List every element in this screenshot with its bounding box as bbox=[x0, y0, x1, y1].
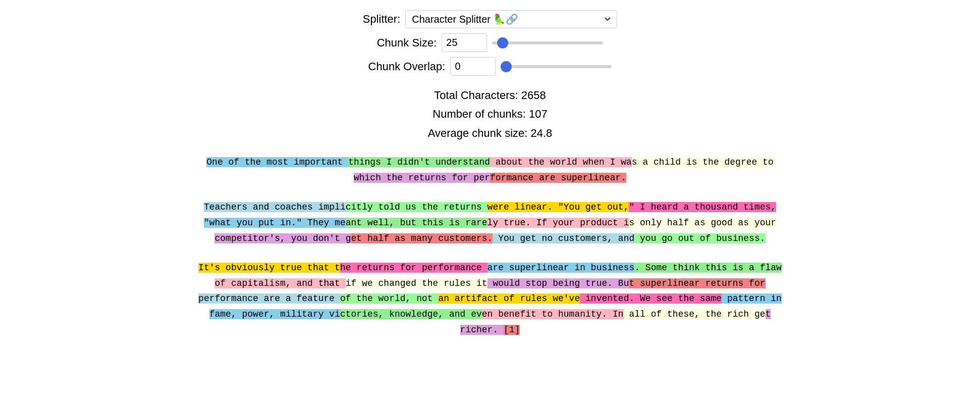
chunk-span: Teachers and coaches impli bbox=[204, 202, 346, 212]
chunk-span: ctories, knowledge, and ev bbox=[340, 309, 482, 319]
chunk-span: performance are a feature bbox=[198, 293, 340, 304]
splitter-select[interactable]: Character Splitter 🦜🔗 Token Splitter Rec… bbox=[405, 10, 617, 28]
chunk-span: s only half as good as your bbox=[629, 218, 776, 228]
chunk-span: One of the most important bbox=[206, 157, 348, 167]
paragraph-3: It's obviously true that the returns for… bbox=[30, 260, 950, 337]
chunk-span: formance are superlinear. bbox=[490, 173, 626, 183]
chunk-span: an artifact of rules we've bbox=[438, 293, 580, 304]
chunk-span: he returns for performance bbox=[340, 263, 487, 273]
chunk-span: It's obviously true that t bbox=[198, 263, 340, 273]
chunk-span: things I didn't understand bbox=[348, 157, 490, 167]
chunk-overlap-input[interactable] bbox=[450, 57, 496, 76]
chunk-span: ly true. If your product i bbox=[487, 218, 629, 228]
splitter-row: Splitter: Character Splitter 🦜🔗 Token Sp… bbox=[363, 10, 618, 28]
chunk-span: you go out of business. bbox=[634, 233, 765, 243]
chunk-size-input[interactable] bbox=[442, 33, 487, 52]
chunk-span: t superlinear returns for bbox=[629, 278, 765, 288]
text-display: One of the most important things I didn'… bbox=[10, 155, 970, 337]
chunk-span: citly told us the returns bbox=[346, 202, 487, 212]
controls-panel: Splitter: Character Splitter 🦜🔗 Token Sp… bbox=[10, 10, 970, 76]
chunk-span: ant well, but this is rare bbox=[346, 218, 487, 228]
chunk-span: competitor's, you don't g bbox=[214, 233, 351, 243]
paragraph-2: Teachers and coaches implicitly told us … bbox=[30, 200, 950, 246]
chunk-size-slider[interactable] bbox=[492, 41, 603, 44]
chunk-span: s a child is the degree to bbox=[632, 157, 774, 167]
total-characters: Total Characters: 2658 bbox=[10, 86, 970, 105]
chunk-span: of capitalism, and that bbox=[214, 278, 345, 288]
chunk-span: if we changed the rules it bbox=[346, 278, 487, 288]
chunk-span: of the world, not bbox=[340, 293, 438, 304]
avg-chunk-size: Average chunk size: 24.8 bbox=[10, 124, 970, 142]
chunk-span: " I heard a thousand times, bbox=[629, 202, 776, 212]
paragraph-1: One of the most important things I didn'… bbox=[30, 155, 950, 185]
chunk-overlap-label: Chunk Overlap: bbox=[368, 60, 446, 73]
chunk-span: are superlinear in business bbox=[487, 263, 635, 273]
chunk-span: en benefit to humanity. In bbox=[482, 309, 624, 319]
chunk-span: all of these, the rich ge bbox=[624, 309, 766, 319]
chunk-span: which the returns for per bbox=[354, 173, 490, 183]
chunk-size-label: Chunk Size: bbox=[377, 36, 437, 49]
chunk-span: about the world when I wa bbox=[490, 157, 632, 167]
stats-panel: Total Characters: 2658 Number of chunks:… bbox=[10, 86, 970, 142]
chunk-span: "what you put in." They me bbox=[204, 218, 346, 228]
chunk-span: were linear. "You get out, bbox=[487, 202, 629, 212]
chunk-span: et half as many customers. bbox=[351, 233, 493, 243]
chunk-span: invented. We see the same bbox=[580, 293, 722, 304]
chunk-span: . Some think this is a flaw bbox=[634, 263, 782, 273]
chunk-size-row: Chunk Size: bbox=[377, 33, 604, 52]
chunk-span: [1] bbox=[504, 325, 520, 335]
chunk-overlap-slider[interactable] bbox=[501, 65, 612, 68]
chunk-span: would stop being true. Bu bbox=[487, 278, 629, 288]
num-chunks: Number of chunks: 107 bbox=[10, 105, 970, 123]
splitter-label: Splitter: bbox=[363, 13, 401, 26]
chunk-overlap-row: Chunk Overlap: bbox=[368, 57, 612, 76]
chunk-span: You get no customers, and bbox=[493, 233, 634, 243]
